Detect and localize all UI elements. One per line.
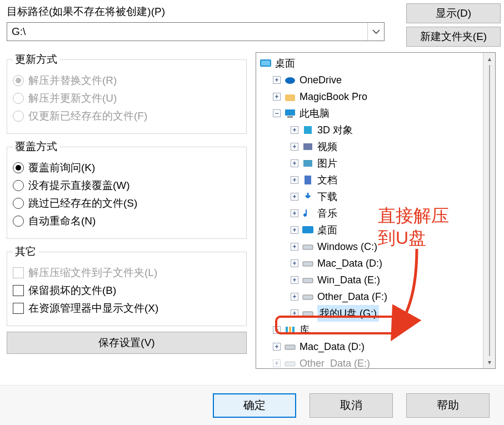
tree-label: Mac_Data (D:) [300,338,365,355]
tree-node-drive-f[interactable]: + Other_Data (F:) [260,288,483,305]
tree-label: OneDrive [300,72,342,88]
tree-label: Other_Data (E:) [300,355,370,368]
path-dropdown-toggle[interactable] [367,23,384,41]
svg-rect-17 [289,327,291,334]
tree-label: 文档 [317,172,337,188]
cancel-button[interactable]: 取消 [310,393,393,418]
radio-icon [13,75,24,86]
expand-icon[interactable]: + [291,193,298,201]
svg-rect-20 [285,362,295,366]
chevron-down-icon [372,29,380,34]
drive-icon [302,241,314,253]
scroll-thumb[interactable] [489,65,490,356]
downloads-icon [302,191,314,203]
expand-icon[interactable]: + [291,309,298,317]
tree-node-drive-d[interactable]: + Mac_Data (D:) [260,255,483,272]
expand-icon[interactable]: + [291,159,298,167]
tree-label: 3D 对象 [317,122,353,138]
desktop-icon [260,57,272,69]
tree-node-pictures[interactable]: + 图片 [260,155,483,172]
misc-show-explorer[interactable]: 在资源管理器中显示文件(X) [13,301,241,316]
svg-rect-1 [261,61,270,66]
svg-rect-16 [286,327,288,334]
video-icon [302,141,314,153]
svg-rect-12 [303,262,313,266]
svg-rect-19 [285,345,295,349]
checkbox-icon [13,285,24,296]
update-mode-legend: 更新方式 [13,52,59,67]
radio-icon [13,216,24,227]
option-label: 覆盖前询问(K) [28,161,95,175]
svg-rect-9 [305,176,311,184]
expand-icon[interactable]: + [291,176,298,184]
svg-rect-18 [292,327,295,334]
tree-node-drive-e[interactable]: + Win_Data (E:) [260,272,483,288]
tree-node-drive-e2[interactable]: + Other_Data (E:) [260,355,483,368]
tree-node-magicbook[interactable]: + MagicBook Pro [260,88,483,105]
overwrite-skip[interactable]: 跳过已经存在的文件(S) [13,196,241,211]
scroll-down-icon[interactable]: ▾ [483,356,495,368]
drive-icon [284,341,296,353]
svg-rect-8 [303,160,312,167]
tree-node-downloads[interactable]: + 下载 [260,188,483,205]
scroll-up-icon[interactable]: ▴ [483,53,495,65]
drive-icon [302,274,314,286]
option-label: 保留损坏的文件(B) [28,283,116,298]
expand-icon[interactable]: + [291,259,298,267]
tree-label: 桌面 [275,55,295,72]
ok-button[interactable]: 确定 [213,393,296,418]
tree-node-onedrive[interactable]: + OneDrive [260,72,483,88]
collapse-icon[interactable]: − [273,109,281,117]
tree-node-libraries[interactable]: + 库 [260,322,483,338]
save-settings-button[interactable]: 保存设置(V) [7,332,247,354]
help-button[interactable]: 帮助 [406,393,490,418]
folder-tree[interactable]: 桌面 + OneDrive + MagicBook Pro − 此电脑 [256,52,496,369]
tree-node-drive-d2[interactable]: + Mac_Data (D:) [260,338,483,355]
tree-scrollbar[interactable]: ▴ ▾ [483,53,495,368]
new-folder-button[interactable]: 新建文件夹(E) [406,27,501,47]
target-path-input[interactable] [7,26,367,38]
svg-rect-13 [303,278,313,283]
option-label: 仅更新已经存在的文件(F) [28,109,147,123]
radio-icon [13,162,24,173]
option-label: 自动重命名(N) [28,214,96,228]
tree-node-desktop-folder[interactable]: + 桌面 [260,222,483,238]
show-button[interactable]: 显示(D) [406,3,501,23]
expand-icon[interactable]: + [291,243,298,251]
checkbox-icon [13,267,24,278]
expand-icon[interactable]: + [291,126,298,134]
tree-node-desktop[interactable]: 桌面 [260,55,483,72]
expand-icon[interactable]: + [291,226,298,234]
expand-icon[interactable]: + [273,93,281,101]
expand-icon[interactable]: + [273,343,281,351]
svg-rect-4 [285,109,295,116]
target-path-combobox[interactable] [7,22,385,41]
overwrite-noprompt[interactable]: 没有提示直接覆盖(W) [13,178,241,193]
expand-icon[interactable]: + [273,76,281,84]
tree-label: 库 [300,322,310,338]
documents-icon [302,174,314,186]
tree-node-3dobjects[interactable]: + 3D 对象 [260,122,483,138]
tree-node-drive-c[interactable]: + Windows (C:) [260,238,483,255]
tree-node-thispc[interactable]: − 此电脑 [260,105,483,122]
tree-node-videos[interactable]: + 视频 [260,138,483,155]
option-label: 解压压缩文件到子文件夹(L) [28,266,157,280]
expand-icon[interactable]: + [291,209,298,217]
tree-node-documents[interactable]: + 文档 [260,172,483,188]
expand-icon[interactable]: + [291,293,298,301]
expand-icon[interactable]: + [273,359,281,367]
update-mode-existing-only: 仅更新已经存在的文件(F) [13,109,241,123]
misc-subfolder: 解压压缩文件到子文件夹(L) [13,266,241,280]
expand-icon[interactable]: + [291,143,298,151]
expand-icon[interactable]: + [291,276,298,284]
overwrite-rename[interactable]: 自动重命名(N) [13,214,241,228]
dialog-button-bar: 确定 取消 帮助 [0,385,504,425]
tree-node-music[interactable]: + 音乐 [260,205,483,222]
misc-keep-broken[interactable]: 保留损坏的文件(B) [13,283,241,298]
expand-icon[interactable]: + [273,326,281,334]
tree-node-drive-g-selected[interactable]: + 我的U盘 (G:) [260,305,483,322]
overwrite-mode-group: 覆盖方式 覆盖前询问(K) 没有提示直接覆盖(W) 跳过已经存在的文件(S) 自… [7,139,247,239]
svg-rect-7 [303,143,312,150]
tree-label: 此电脑 [300,105,330,122]
overwrite-ask[interactable]: 覆盖前询问(K) [13,161,241,175]
